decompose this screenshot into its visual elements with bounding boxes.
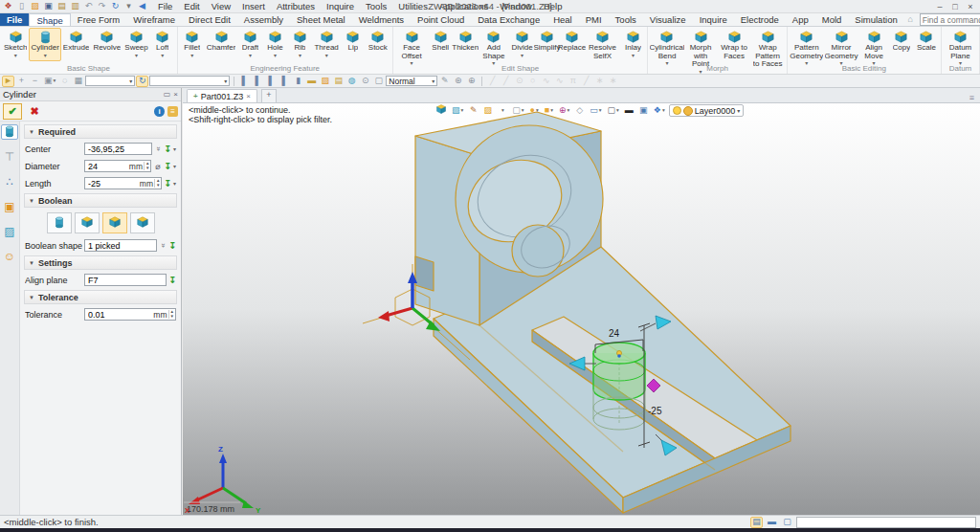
pick-arrow-icon[interactable]: ↧ [168, 276, 176, 285]
pick-arrow-icon[interactable]: ↧ [164, 162, 171, 171]
ok-button[interactable]: ✔ [3, 103, 22, 120]
ribbon-button-sketch[interactable]: Sketch▾ [2, 28, 29, 61]
viewport-3d[interactable]: 24 -25 Z X Y [183, 103, 980, 515]
expand-chevron-icon[interactable]: » [154, 145, 163, 153]
boolean-shapes-input[interactable] [86, 240, 155, 251]
entity-filter-combo[interactable]: ▾ [149, 76, 230, 86]
ribbon-button-shell[interactable]: Shell [428, 28, 453, 61]
pick-lasso-icon[interactable]: ◌ [58, 76, 71, 87]
align-plane-input[interactable] [86, 275, 165, 285]
tab-close-icon[interactable]: × [246, 92, 251, 100]
pick-dropdown-icon[interactable]: ▾ [173, 145, 176, 152]
info-icon[interactable]: i [154, 106, 165, 117]
display-combo[interactable]: Normal▾ [386, 76, 437, 86]
menu-view[interactable]: View [206, 1, 236, 11]
show-panel-icon[interactable]: ▤ [750, 517, 763, 528]
layer-dropdown[interactable]: Layer0000 ▾ [669, 104, 745, 117]
fixture-icon[interactable]: ⊤ [2, 149, 17, 165]
undo-icon[interactable]: ↶ [82, 1, 95, 12]
pick-filter-icon[interactable]: ▦ [72, 76, 84, 87]
insert-icon[interactable]: ⊕ [465, 76, 478, 87]
ribbon-button-resolve-selfx[interactable]: Resolve SelfX [585, 28, 621, 69]
menu-edit[interactable]: Edit [178, 1, 205, 11]
ribbon-button-copy[interactable]: Copy [889, 28, 914, 61]
cancel-button[interactable]: ✖ [25, 103, 44, 120]
ribbon-button-cylindrical-bend[interactable]: Cylindrical Bend▾ [650, 28, 683, 69]
polyline-tool-icon[interactable]: ╱ [500, 76, 512, 87]
tab-free-form[interactable]: Free Form [71, 13, 126, 26]
home-icon[interactable]: ⌂ [904, 14, 917, 26]
show-monitor-icon[interactable]: ▬ [766, 517, 778, 528]
ribbon-button-inlay[interactable]: Inlay▾ [620, 28, 645, 61]
appearance-icon[interactable]: ✎ [438, 76, 451, 87]
section-required[interactable]: ▼Required [24, 124, 177, 139]
save-icon[interactable]: ▣ [42, 1, 55, 12]
tolerance-spinner[interactable]: ▲▼ [168, 310, 174, 319]
node-icon[interactable]: ∴ [2, 174, 17, 189]
open-folder-icon[interactable]: ▨ [29, 1, 41, 12]
image-icon[interactable]: ▨ [2, 224, 17, 239]
pick-arrow-icon[interactable]: ↧ [168, 241, 176, 251]
menu-inquire[interactable]: Inquire [321, 1, 360, 11]
pick-arrow-icon[interactable]: ↧ [164, 179, 171, 188]
tab-pmi[interactable]: PMI [579, 13, 609, 26]
ribbon-button-cylinder[interactable]: Cylinder▾ [29, 28, 60, 61]
section-tolerance[interactable]: ▼Tolerance [24, 290, 177, 304]
tab-weldments[interactable]: Weldments [352, 13, 411, 26]
ribbon-button-pattern-geometry[interactable]: Pattern Geometry▾ [790, 28, 824, 69]
folder-icon[interactable]: ▨ [319, 76, 331, 87]
tab-mold[interactable]: Mold [815, 13, 849, 26]
tabbar-menu-icon[interactable]: ≡ [969, 93, 976, 102]
pick-dropdown-icon[interactable]: ▾ [173, 163, 176, 169]
render-mode-icon[interactable]: ▧▾ [450, 105, 465, 117]
curve-tool-icon[interactable]: ∿ [553, 76, 566, 87]
tab-wireframe[interactable]: Wireframe [126, 13, 182, 26]
texture-box-icon[interactable]: ■▾ [543, 105, 555, 117]
ribbon-button-wrap-to-faces[interactable]: Wrap to Faces [718, 28, 751, 69]
tab-inquire[interactable]: Inquire [693, 13, 734, 26]
ribbon-button-add-shape[interactable]: Add Shape▾ [478, 28, 509, 69]
person-icon[interactable]: ☺ [2, 249, 17, 264]
ribbon-button-divide[interactable]: Divide▾ [510, 28, 535, 61]
dialog-close-icon[interactable]: × [173, 90, 178, 99]
wireframe-cube-icon[interactable]: ▢▾ [510, 105, 525, 117]
find-command-input[interactable] [921, 15, 980, 24]
constraint-icon-5[interactable]: ▮ [292, 76, 304, 87]
filter-combo[interactable]: ▾ [85, 76, 135, 86]
library-icon[interactable]: ▤ [332, 76, 345, 87]
constraint-icon-3[interactable]: ▌ [265, 76, 278, 87]
menu-file[interactable]: File [152, 1, 178, 11]
import-icon[interactable]: ▥ [69, 1, 81, 12]
tab-tools[interactable]: Tools [609, 13, 643, 26]
ribbon-button-thicken[interactable]: Thicken [453, 28, 478, 61]
ribbon-button-datum-plane[interactable]: Datum Plane▾ [944, 28, 977, 69]
tab-electrode[interactable]: Electrode [734, 13, 786, 26]
tab-visualize[interactable]: Visualize [643, 13, 693, 26]
history-icon[interactable]: ⊙ [359, 76, 371, 87]
box-icon[interactable]: ▣ [2, 199, 17, 214]
section-view-icon[interactable]: ▭▾ [588, 105, 603, 117]
app-logo-icon[interactable]: ❖ [2, 1, 14, 12]
ribbon-button-thread[interactable]: Thread▾ [312, 28, 340, 61]
ribbon-button-align-move[interactable]: Align Move▾ [858, 28, 889, 69]
paint-icon[interactable]: ▬ [305, 76, 318, 87]
document-tab[interactable]: + Part001.Z3 × [187, 89, 257, 102]
constraint-icon-4[interactable]: ▌ [278, 76, 291, 87]
expand-chevron-icon[interactable]: » [159, 242, 167, 250]
tolerance-input[interactable] [86, 309, 152, 320]
pi-tool-icon[interactable]: π [567, 76, 579, 87]
tab-sheet-metal[interactable]: Sheet Metal [290, 13, 352, 26]
layer-visibility-icon[interactable] [673, 106, 681, 115]
status-command-input[interactable] [796, 517, 976, 528]
tab-file[interactable]: File [0, 13, 29, 26]
ribbon-button-simplify[interactable]: Simplify [535, 28, 560, 61]
pick-last-icon[interactable]: ↻ [136, 76, 148, 87]
circle-tool-icon[interactable]: ⊙ [513, 76, 525, 87]
boolean-base-icon[interactable] [47, 212, 72, 233]
length-dimension-label[interactable]: -25 [648, 406, 662, 416]
print-icon[interactable]: ▤ [56, 1, 68, 12]
section-settings[interactable]: ▼Settings [24, 255, 177, 270]
cylinder-tool-icon[interactable] [1, 124, 18, 140]
diameter-input[interactable] [86, 161, 128, 171]
pattern-tool-icon[interactable]: ∗ [607, 76, 619, 87]
